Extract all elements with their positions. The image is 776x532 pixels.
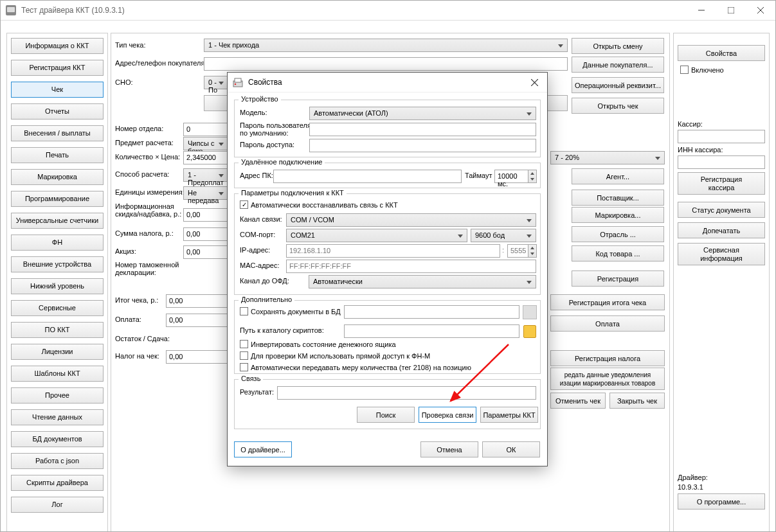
reg-cashier-button[interactable]: Регистрация кассира	[678, 172, 765, 195]
invert-drawer-checkbox[interactable]: Инвертировать состояние денежного ящика	[240, 340, 396, 348]
timeout-spinner[interactable]	[528, 170, 537, 183]
nav-db[interactable]: БД документов	[11, 431, 104, 447]
channel-dropdown[interactable]: COM / VCOM	[286, 213, 536, 227]
auto-measure-checkbox[interactable]: Автоматически передавать меру количества…	[240, 363, 471, 371]
total-input[interactable]: 0,00	[166, 294, 228, 308]
nav-fn[interactable]: ФН	[11, 235, 104, 251]
nav-scripts[interactable]: Скрипты драйвера	[11, 475, 104, 491]
nav-info[interactable]: Информация о ККТ	[11, 38, 104, 54]
kkt-params-button[interactable]: Параметры ККТ	[480, 407, 538, 423]
nav-lic[interactable]: Лицензии	[11, 344, 104, 360]
dialog-close-button[interactable]	[521, 73, 547, 92]
address-input[interactable]	[204, 57, 568, 71]
send-notice-button[interactable]: редать данные уведомления изации маркиро…	[550, 368, 665, 390]
mac-input[interactable]: FF:FF:FF:FF:FF:FF	[286, 260, 536, 273]
timeout-input[interactable]: 10000 мс.	[494, 170, 528, 183]
nav-log[interactable]: Лог	[11, 497, 104, 513]
cancel-check-button[interactable]: Отменить чек	[550, 393, 606, 409]
check-conn-button[interactable]: Проверка связи	[419, 407, 476, 423]
maximize-button[interactable]	[716, 1, 746, 20]
agent-button[interactable]: Агент...	[572, 168, 664, 184]
dialog-cancel-button[interactable]: Отмена	[420, 441, 478, 457]
folder-icon[interactable]	[523, 325, 536, 338]
finish-print-button[interactable]: Допечатать	[678, 222, 765, 238]
search-button[interactable]: Поиск	[357, 407, 415, 423]
nav-reg[interactable]: Регистрация ККТ	[11, 60, 104, 76]
nav-service[interactable]: Сервисные	[11, 300, 104, 316]
com-port-dropdown[interactable]: COM21	[286, 229, 467, 242]
nav-cash[interactable]: Внесения / выплаты	[11, 125, 104, 141]
nav-print[interactable]: Печать	[11, 147, 104, 163]
nav-prog[interactable]: Программирование	[11, 191, 104, 207]
ip-port-input[interactable]: 5555	[507, 244, 528, 258]
group-conn: Параметры подключения к ККТ Автоматическ…	[234, 193, 541, 295]
nav-read[interactable]: Чтение данных	[11, 409, 104, 425]
tax-sum-input[interactable]: 0,00	[183, 227, 228, 241]
enabled-checkbox[interactable]: Включено	[680, 66, 724, 74]
nav-marking[interactable]: Маркировка	[11, 169, 104, 185]
model-dropdown[interactable]: Автоматически (АТОЛ)	[309, 107, 536, 120]
cashier-input[interactable]	[678, 130, 765, 143]
ofd-channel-dropdown[interactable]: Автоматически	[309, 275, 536, 288]
result-input[interactable]	[277, 386, 536, 400]
label-result: Результат:	[240, 388, 274, 396]
save-docs-label: Сохранять документы в БД	[251, 308, 341, 315]
nav-other[interactable]: Прочее	[11, 387, 104, 403]
open-shift-button[interactable]: Открыть смену	[572, 38, 664, 54]
qty-input[interactable]: 2,345000	[183, 151, 228, 164]
ip-input[interactable]: 192.168.1.10	[286, 244, 500, 258]
nav-counters[interactable]: Универсальные счетчики	[11, 213, 104, 229]
label-model: Модель:	[240, 109, 267, 116]
save-docs-checkbox[interactable]: Сохранять документы в БД	[240, 307, 341, 315]
pay-button[interactable]: Оплата	[550, 315, 665, 332]
excise-input[interactable]: 0,00	[183, 245, 228, 259]
buyer-data-button[interactable]: Данные покупателя...	[572, 57, 664, 73]
label-unit: Единицы измерения:	[115, 188, 185, 196]
product-code-button[interactable]: Код товара ...	[572, 245, 664, 262]
op-requisite-button[interactable]: Операционный реквизит...	[572, 77, 664, 93]
unit-dropdown[interactable]: Не передава	[183, 186, 228, 200]
minimize-button[interactable]	[687, 1, 716, 20]
nav-tpl[interactable]: Шаблоны ККТ	[11, 366, 104, 382]
about-program-button[interactable]: О программе...	[678, 493, 765, 510]
about-driver-button[interactable]: О драйвере...	[234, 441, 292, 457]
marking-button[interactable]: Маркировка...	[572, 207, 664, 223]
ip-port-spinner[interactable]	[528, 244, 537, 258]
supplier-button[interactable]: Поставщик...	[572, 190, 664, 206]
direct-fnm-checkbox[interactable]: Для проверки КМ использовать прямой дост…	[240, 351, 430, 360]
cashier-inn-input[interactable]	[678, 155, 765, 169]
check-type-dropdown[interactable]: 1 - Чек прихода	[204, 39, 568, 52]
open-check-button[interactable]: Открыть чек	[572, 98, 664, 114]
nav-sw[interactable]: ПО ККТ	[11, 322, 104, 338]
scripts-path-input[interactable]	[344, 324, 519, 338]
nav-low[interactable]: Нижний уровень	[11, 278, 104, 294]
close-button[interactable]	[746, 1, 775, 20]
nav-check[interactable]: Чек	[11, 82, 104, 98]
db-path-input[interactable]	[344, 305, 519, 319]
access-pwd-input[interactable]	[309, 139, 536, 152]
pay-method-dropdown[interactable]: 1 - Предоплат	[183, 168, 228, 182]
service-info-button[interactable]: Сервисная информация	[678, 243, 765, 265]
auto-restore-checkbox[interactable]: Автоматически восстанавливать связь с КК…	[240, 200, 398, 209]
baud-dropdown[interactable]: 9600 бод	[471, 229, 536, 242]
vat-dropdown[interactable]: 7 - 20%	[550, 151, 665, 164]
registration-button[interactable]: Регистрация	[572, 270, 664, 287]
sno-dropdown[interactable]: 0 - По	[204, 76, 228, 89]
tax-check-input[interactable]: 0,00	[166, 350, 228, 364]
industry-button[interactable]: Отрасль ...	[572, 226, 664, 242]
doc-status-button[interactable]: Статус документа	[678, 202, 765, 218]
nav-reports[interactable]: Отчеты	[11, 103, 104, 120]
dialog-ok-button[interactable]: ОК	[482, 441, 540, 457]
default-pwd-input[interactable]	[309, 123, 536, 136]
discount-input[interactable]: 0,00	[183, 208, 228, 222]
nav-json[interactable]: Работа с json	[11, 453, 104, 469]
nav-ext[interactable]: Внешние устройства	[11, 256, 104, 272]
reg-tax-button[interactable]: Регистрация налога	[550, 350, 665, 366]
close-check-button[interactable]: Закрыть чек	[609, 393, 665, 409]
dept-input[interactable]: 0	[183, 123, 228, 136]
pc-addr-input[interactable]	[273, 170, 462, 183]
props-button[interactable]: Свойства	[678, 45, 765, 61]
reg-total-button[interactable]: Регистрация итога чека	[550, 294, 665, 310]
payment-input[interactable]: 0,00	[166, 314, 228, 327]
subject-dropdown[interactable]: Чипсы с беко	[183, 137, 228, 150]
